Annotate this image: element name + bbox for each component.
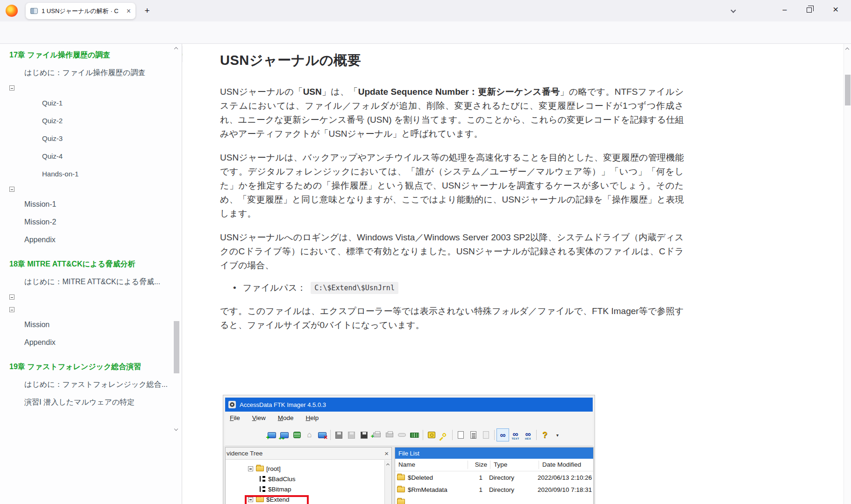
ftk-title-bar: AccessData FTK Imager 4.5.0.3 bbox=[225, 398, 593, 412]
ftk-menu-file: File bbox=[230, 414, 240, 421]
sidebar-item-quiz2[interactable]: Quiz-2 bbox=[9, 116, 170, 126]
tree-item-badclus: $BadClus bbox=[226, 474, 391, 484]
tab-strip: 1 USNジャーナルの解析 · CDIR-L × + – × bbox=[0, 0, 851, 21]
evidence-tree-body: [root] $BadClus $Bitmap $Extend bbox=[226, 460, 391, 504]
sidebar-chapter-18[interactable]: 18章 MITRE ATT&CKによる脅威分析 bbox=[9, 259, 170, 269]
folder-icon bbox=[397, 487, 405, 492]
tab-close-icon[interactable]: × bbox=[127, 7, 131, 15]
tree-scrollbar bbox=[384, 460, 391, 504]
file-row-partial bbox=[395, 496, 593, 504]
paragraph-2: USNジャーナルは、バックアップやアンチウイルス等の処理を高速化することを目的と… bbox=[220, 151, 684, 221]
ftk-menu-view: View bbox=[252, 414, 266, 421]
ftk-menu-mode: Mode bbox=[278, 414, 294, 421]
active-tab[interactable]: 1 USNジャーナルの解析 · CDIR-L × bbox=[26, 3, 135, 19]
scroll-down-icon[interactable] bbox=[174, 427, 178, 431]
firefox-logo-icon[interactable] bbox=[6, 5, 18, 17]
scroll-up-icon[interactable] bbox=[845, 48, 849, 51]
folder-icon bbox=[256, 466, 264, 471]
sidebar-item-mission-18[interactable]: Mission bbox=[9, 320, 170, 330]
chevron-right-icon[interactable] bbox=[13, 297, 14, 300]
sidebar-item-mission2[interactable]: Mission-2 bbox=[9, 217, 170, 227]
file-list-pane: File List Name Size Type Date Modified $… bbox=[395, 447, 594, 504]
window-close-button[interactable]: × bbox=[833, 4, 838, 15]
sidebar-item-attack-matrix[interactable]: 2 ATT&CK Matrix（マトリックス）によ... bbox=[9, 307, 14, 312]
ntfs-meta-icon bbox=[260, 486, 265, 492]
tree-item-root: [root] bbox=[226, 463, 391, 474]
ftk-imager-screenshot: AccessData FTK Imager 4.5.0.3 File View … bbox=[223, 395, 595, 504]
sidebar-item-quiz3[interactable]: Quiz-3 bbox=[9, 133, 170, 144]
chevron-down-icon[interactable] bbox=[13, 88, 14, 91]
page-scrollbar-thumb[interactable] bbox=[845, 75, 851, 105]
hex-view-glasses-icon: ∞HEX bbox=[522, 428, 534, 441]
sidebar-item-enshu1[interactable]: 演習Ⅰ 潜入したマルウェアの特定 bbox=[9, 397, 170, 407]
tab-title: 1 USNジャーナルの解析 · CDIR-L bbox=[42, 7, 119, 15]
expander-minus-icon bbox=[248, 466, 253, 471]
sidebar-item-hajimeni-19[interactable]: はじめに：ファストフォレンジック総合... bbox=[9, 379, 170, 390]
chevron-right-icon[interactable] bbox=[13, 310, 14, 312]
sidebar-item-hajimeni-17[interactable]: はじめに：ファイル操作履歴の調査 bbox=[9, 68, 170, 78]
scroll-up-icon[interactable] bbox=[174, 47, 178, 51]
sidebar-chapter-19[interactable]: 19章 ファストフォレンジック総合演習 bbox=[9, 362, 170, 372]
sidebar-item-ttps-attack[interactable]: 1 TTPsとMITRE ATT&CK bbox=[9, 294, 14, 300]
toolbar-overflow-icon: ▾ bbox=[551, 428, 564, 441]
sidebar-item-hajimeni-18[interactable]: はじめに：MITRE ATT&CKによる脅威... bbox=[9, 277, 170, 287]
ftk-panes: vidence Tree × [root] $BadClus $Bitmap $… bbox=[223, 446, 595, 504]
page-scrollbar[interactable] bbox=[844, 44, 851, 504]
file-row-deleted: $Deleted 1 Directory 2022/06/13 2:10:26 bbox=[395, 471, 593, 483]
help-icon: ? bbox=[539, 428, 551, 441]
tree-item-bitmap: $Bitmap bbox=[226, 484, 391, 494]
paragraph-1: USNジャーナルの「USN」は、「Update Sequence Number：… bbox=[220, 85, 684, 141]
sidebar-item-handson1[interactable]: Hands-on-1 bbox=[9, 169, 170, 179]
export-slip-icon bbox=[396, 428, 408, 441]
file-list-header: File List bbox=[395, 448, 593, 459]
column-name: Name bbox=[395, 461, 468, 469]
ftk-toolbar: ⌂ ∞ ∞TEXT ∞HEX ? ▾ bbox=[225, 424, 593, 446]
file-row-rmmetadata: $RmMetadata 1 Directory 2020/09/10 7:18:… bbox=[395, 483, 593, 496]
sidebar-chapter-17[interactable]: 17章 ファイル操作履歴の調査 bbox=[9, 50, 170, 60]
add-all-evidence-icon bbox=[278, 428, 291, 441]
sidebar-scrollbar-thumb[interactable] bbox=[174, 321, 179, 373]
paragraph-3: USNジャーナルへのロギングは、Windows Vista／Windows Se… bbox=[220, 231, 684, 273]
export-files-icon bbox=[370, 428, 383, 441]
tab-list-dropdown-icon[interactable] bbox=[731, 6, 735, 14]
sidebar-item-quiz1[interactable]: Quiz-1 bbox=[9, 98, 170, 108]
sidebar-item-mission1[interactable]: Mission-1 bbox=[9, 199, 170, 210]
sidebar-item-appendix-17[interactable]: Appendix bbox=[9, 235, 170, 245]
evidence-tree-pane: vidence Tree × [root] $BadClus $Bitmap $… bbox=[225, 447, 392, 504]
print-icon bbox=[383, 428, 396, 441]
ftk-menu-bar: File View Mode Help bbox=[225, 412, 593, 424]
column-type: Type bbox=[490, 461, 539, 469]
paragraph-4: です。このファイルは、エクスプローラー等では表示されない特殊フォルダ／ファイルで… bbox=[220, 304, 684, 332]
folder-icon bbox=[397, 499, 405, 504]
new-doc-icon bbox=[454, 428, 467, 441]
file-path-label: ファイルパス： bbox=[243, 282, 306, 294]
create-image-icon bbox=[333, 428, 345, 441]
column-date: Date Modified bbox=[539, 461, 593, 469]
pane-close-icon: × bbox=[384, 449, 389, 457]
capture-memory-icon bbox=[408, 428, 421, 441]
file-path-code: C:\$Extend\$UsnJrnl bbox=[311, 282, 398, 294]
window-restore-button[interactable] bbox=[807, 7, 812, 13]
favicon-book-icon bbox=[30, 8, 38, 14]
ntfs-meta-icon bbox=[260, 476, 265, 482]
sidebar-item-usn-fast-forensics[interactable]: 2 USNジャーナルのファストフォレンジ... bbox=[9, 187, 14, 192]
sidebar-scrollbar[interactable] bbox=[173, 44, 180, 436]
sidebar-item-usn-journal[interactable]: 1 USNジャーナルの解析 bbox=[9, 85, 14, 91]
new-tab-button[interactable]: + bbox=[140, 4, 154, 18]
sidebar-item-appendix-18[interactable]: Appendix bbox=[9, 337, 170, 348]
ftk-app-icon bbox=[228, 401, 236, 408]
remove-evidence-icon bbox=[316, 428, 328, 441]
chevron-right-icon[interactable] bbox=[13, 189, 14, 192]
page-title: USNジャーナルの概要 bbox=[220, 51, 665, 70]
evidence-tree-header: vidence Tree × bbox=[226, 448, 391, 460]
decrypt-key-icon bbox=[438, 428, 450, 441]
home-icon: ⌂ bbox=[303, 428, 316, 441]
ftk-window-title: AccessData FTK Imager 4.5.0.3 bbox=[240, 401, 326, 408]
scroll-up-icon bbox=[386, 463, 390, 467]
sidebar-item-quiz4[interactable]: Quiz-4 bbox=[9, 151, 170, 161]
column-size: Size bbox=[468, 461, 490, 469]
main-content: USNジャーナルの概要 USNジャーナルの「USN」は、「Update Sequ… bbox=[183, 44, 844, 504]
window-minimize-button[interactable]: – bbox=[779, 5, 790, 16]
red-highlight-annotation bbox=[245, 495, 309, 504]
save-icon bbox=[345, 428, 358, 441]
